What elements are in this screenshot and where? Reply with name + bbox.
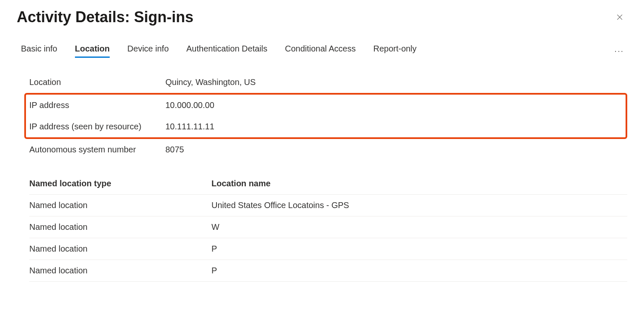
table-row[interactable]: Named location United States Office Loca… [29,195,627,216]
cell-type: Named location [29,216,211,238]
detail-value: 8075 [165,145,184,154]
detail-value: 10.000.00.00 [165,100,214,110]
detail-value: 10.111.11.11 [165,122,214,131]
tab-authentication-details[interactable]: Authentication Details [186,44,267,58]
tabs-container: Basic info Location Device info Authenti… [21,44,417,58]
page-title: Activity Details: Sign-ins [17,8,193,26]
tab-device-info[interactable]: Device info [127,44,169,58]
table-header-name[interactable]: Location name [211,173,627,195]
cell-type: Named location [29,238,211,260]
named-locations-table: Named location type Location name Named … [29,173,627,282]
ellipsis-icon: ··· [614,46,624,55]
table-row[interactable]: Named location P [29,260,627,282]
table-row[interactable]: Named location P [29,238,627,260]
cell-name: W [211,216,627,238]
detail-row-asn: Autonomous system number 8075 [29,139,627,160]
location-details: Location Quincy, Washington, US IP addre… [17,72,627,160]
more-tabs-button[interactable]: ··· [611,43,627,59]
detail-value: Quincy, Washington, US [165,77,256,87]
table-row[interactable]: Named location W [29,216,627,238]
detail-label: IP address [29,100,165,110]
tab-report-only[interactable]: Report-only [373,44,416,58]
detail-row-location: Location Quincy, Washington, US [29,72,627,93]
named-locations-table-section: Named location type Location name Named … [17,173,627,282]
detail-label: Location [29,77,165,87]
cell-type: Named location [29,260,211,282]
cell-name: P [211,260,627,282]
detail-label: Autonomous system number [29,145,165,154]
table-header-type[interactable]: Named location type [29,173,211,195]
detail-row-ip-address: IP address 10.000.00.00 [29,95,626,116]
tab-conditional-access[interactable]: Conditional Access [285,44,355,58]
tab-basic-info[interactable]: Basic info [21,44,57,58]
detail-row-ip-address-resource: IP address (seen by resource) 10.111.11.… [29,116,626,137]
cell-name: United States Office Locatoins - GPS [211,195,627,216]
detail-label: IP address (seen by resource) [29,122,165,131]
cell-name: P [211,238,627,260]
tab-location[interactable]: Location [75,44,110,58]
close-icon [616,13,624,21]
highlighted-ip-section: IP address 10.000.00.00 IP address (seen… [24,93,627,139]
cell-type: Named location [29,195,211,216]
close-button[interactable] [612,10,627,25]
